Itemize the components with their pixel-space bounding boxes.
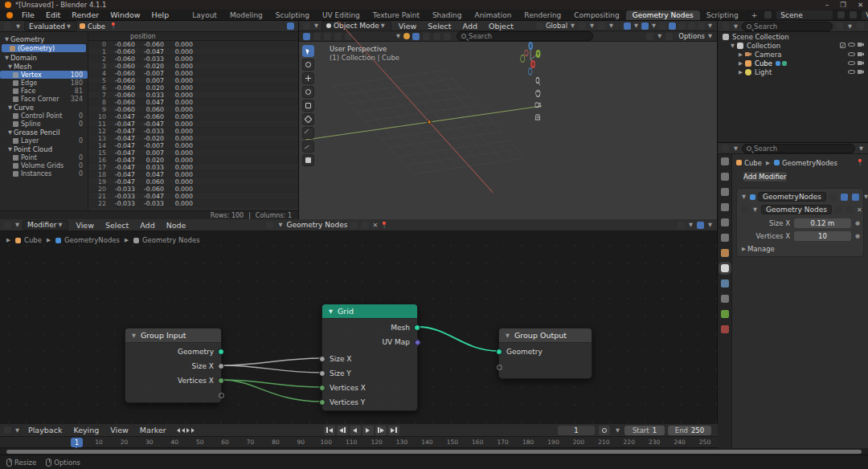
- node-editor-menu-node[interactable]: Node: [161, 221, 192, 230]
- node-grid[interactable]: ▼ Grid Mesh UV Map Size X Size Y Vertice…: [321, 304, 418, 411]
- domain-item-control-point[interactable]: Control Point0: [0, 112, 88, 120]
- outliner-row-scene-collection[interactable]: Scene Collection: [718, 32, 868, 41]
- copy-node-group-icon[interactable]: [362, 222, 369, 229]
- socket-mesh-output[interactable]: Mesh: [322, 320, 417, 335]
- pin-icon[interactable]: 📍: [856, 159, 864, 166]
- domain-group-point-cloud[interactable]: ▼Point Cloud: [0, 145, 88, 153]
- new-scene-icon[interactable]: [837, 11, 845, 18]
- int-socket-icon[interactable]: [319, 385, 326, 391]
- socket-geometry-input[interactable]: Geometry: [499, 345, 592, 359]
- domain-section-header[interactable]: ▼Domain: [0, 53, 88, 62]
- edit-mode-toggle-icon[interactable]: [829, 194, 837, 201]
- tab-modifiers[interactable]: [721, 264, 729, 272]
- workspace-tab-layout[interactable]: Layout: [186, 10, 223, 20]
- jump-prev-marker-icon[interactable]: [177, 428, 180, 433]
- spreadsheet-editor-type-icon[interactable]: [4, 22, 11, 30]
- hide-eye-icon[interactable]: [848, 52, 855, 56]
- geometry-section-header[interactable]: ▼Geometry: [0, 35, 88, 43]
- domain-item-instances[interactable]: Instances0: [0, 169, 88, 177]
- tool-select-box[interactable]: [302, 45, 314, 57]
- perspective-toggle-icon[interactable]: [535, 115, 540, 120]
- collapse-icon[interactable]: ▼: [329, 308, 333, 315]
- workspace-tab-uv-editing[interactable]: UV Editing: [316, 10, 366, 20]
- geometry-dataset-item[interactable]: (Geometry): [2, 44, 86, 52]
- timeline-menu-playback[interactable]: Playback: [23, 426, 68, 434]
- workspace-tab-geometry-nodes[interactable]: Geometry Nodes: [626, 10, 700, 20]
- socket-size-x-input[interactable]: Size X: [322, 352, 417, 366]
- filter-icon[interactable]: [287, 22, 294, 30]
- auto-keying-button[interactable]: [599, 426, 610, 435]
- collapse-icon[interactable]: ▼: [132, 332, 136, 339]
- sidebar-toggle-icon[interactable]: ▶: [6, 237, 10, 243]
- collapse-icon[interactable]: ▼: [506, 332, 510, 339]
- gizmo-neg-y-ball[interactable]: [521, 55, 525, 63]
- breadcrumb-object[interactable]: Cube: [744, 159, 762, 167]
- unlink-icon[interactable]: ✕: [372, 222, 378, 229]
- tool-rotate[interactable]: [302, 86, 314, 98]
- manage-section-header[interactable]: ▶Manage: [740, 243, 860, 254]
- tool-move[interactable]: [302, 72, 314, 84]
- disable-render-icon[interactable]: [858, 70, 864, 74]
- domain-item-face[interactable]: Face81: [0, 87, 88, 95]
- pin-icon[interactable]: 📍: [109, 22, 117, 30]
- tab-output[interactable]: [721, 188, 729, 196]
- node-group-icon[interactable]: [266, 222, 273, 229]
- workspace-tab-texture-paint[interactable]: Texture Paint: [366, 10, 426, 20]
- timeline-editor-type-icon[interactable]: [4, 426, 11, 434]
- float-socket-icon[interactable]: [319, 370, 326, 377]
- domain-group-mesh[interactable]: ▼Mesh: [0, 62, 88, 71]
- domain-item-spline[interactable]: Spline0: [0, 120, 88, 128]
- timeline-ruler[interactable]: 1020304050607080901001101201301401501601…: [0, 437, 718, 448]
- node-group-output[interactable]: ▼ Group Output Geometry: [498, 328, 592, 379]
- workspace-tab-compositing[interactable]: Compositing: [567, 10, 625, 20]
- pan-hand-icon[interactable]: [536, 90, 540, 96]
- view-layer-icon[interactable]: [850, 11, 857, 18]
- tool-annotate[interactable]: [302, 127, 314, 139]
- node-editor-menu-add[interactable]: Add: [134, 221, 160, 230]
- tab-world[interactable]: [721, 234, 729, 242]
- topbar-menu-edit[interactable]: Edit: [40, 10, 66, 19]
- domain-item-layer[interactable]: Layer0: [0, 137, 88, 145]
- snapping-magnet-icon[interactable]: [678, 222, 685, 229]
- animate-dot-icon[interactable]: ●: [855, 233, 860, 239]
- node-group-input-header[interactable]: ▼ Group Input: [125, 328, 221, 343]
- tab-physics[interactable]: [721, 279, 729, 288]
- topbar-menu-render[interactable]: Render: [66, 10, 104, 19]
- tool-add-primitive[interactable]: [302, 154, 314, 166]
- scene-selector[interactable]: Scene: [776, 10, 833, 20]
- playhead-marker[interactable]: 1: [71, 438, 83, 447]
- size-x-value-field[interactable]: 0.12 m: [794, 218, 851, 228]
- column-header-position[interactable]: position: [88, 32, 298, 41]
- domain-group-grease-pencil[interactable]: ▼Grease Pencil: [0, 128, 88, 137]
- current-frame-field[interactable]: 1: [558, 426, 595, 435]
- tool-transform[interactable]: [302, 113, 314, 125]
- socket-geometry-output[interactable]: Geometry: [125, 345, 221, 359]
- workspace-tab-sculpting[interactable]: Sculpting: [269, 10, 316, 20]
- minimize-button[interactable]: –: [825, 1, 829, 9]
- int-socket-icon[interactable]: [319, 399, 326, 406]
- geometry-socket-icon[interactable]: [496, 349, 502, 355]
- tab-object-data[interactable]: [721, 310, 729, 318]
- jump-next-marker-icon2[interactable]: [191, 428, 194, 433]
- breadcrumb-modifier[interactable]: GeometryNodes: [782, 159, 837, 167]
- socket-vertices-x-output[interactable]: Vertices X: [125, 373, 221, 388]
- node-group-output-header[interactable]: ▼ Group Output: [499, 328, 592, 343]
- overlays-toggle-icon[interactable]: [697, 222, 704, 229]
- tool-cursor[interactable]: [302, 59, 314, 71]
- outliner-filter-icon[interactable]: [836, 22, 843, 30]
- table-row[interactable]: 22-0.033-0.0330.000: [88, 200, 298, 207]
- tab-view-layer[interactable]: [721, 203, 729, 211]
- timeline-menu-marker[interactable]: Marker: [134, 426, 172, 434]
- float-socket-icon[interactable]: [218, 363, 224, 369]
- topbar-menu-window[interactable]: Window: [104, 10, 145, 19]
- view-layer-selector[interactable]: View Layer: [861, 10, 868, 20]
- domain-item-point[interactable]: Point0: [0, 153, 88, 161]
- domain-item-face-corner[interactable]: Face Corner324: [0, 95, 88, 103]
- node-group-name-field[interactable]: Geometry Nodes: [761, 205, 832, 214]
- socket-vertices-y-input[interactable]: Vertices Y: [322, 395, 417, 410]
- tool-scale[interactable]: [302, 100, 314, 112]
- scene-icon[interactable]: [764, 11, 772, 18]
- tab-object[interactable]: [721, 249, 729, 257]
- node-grid-header[interactable]: ▼ Grid: [322, 304, 417, 319]
- gizmo-neg-x-ball[interactable]: [525, 50, 528, 55]
